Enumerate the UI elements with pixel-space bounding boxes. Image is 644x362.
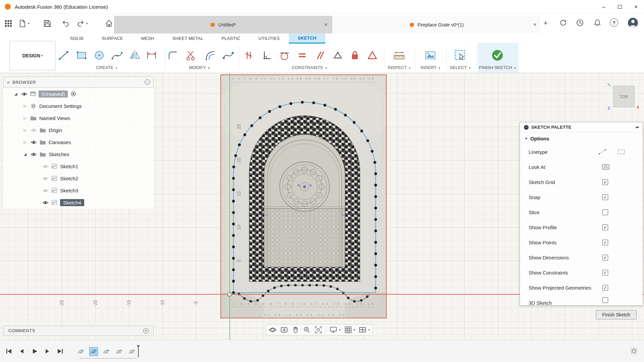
model-canvas[interactable]: 5 6 7 8 9 10 11 12 13 14 15 16 17 18 19 … [0,73,644,340]
browser-item-canvases[interactable]: ▷ Canvases [3,136,154,148]
browser-item-sketch3[interactable]: Sketch3 [3,184,154,196]
sketch-grid-checkbox[interactable]: ✓ [602,179,608,185]
browser-item-sketch1[interactable]: Sketch1 [3,160,154,172]
timeline-track[interactable] [80,358,136,359]
browser-item-origin[interactable]: ▷ Origin [3,124,154,136]
ribbon-tab-utilities[interactable]: UTILITIES [250,34,289,44]
tab-close-icon[interactable]: × [324,22,327,28]
constraints-group-label[interactable]: CONSTRAINTS ▾ [292,65,327,70]
construction-linetype-icon[interactable] [598,148,606,155]
edit-spline-tool-icon[interactable] [220,48,236,63]
palette-minimize-icon[interactable]: − [524,125,529,130]
sketch-origin-point[interactable] [227,292,232,297]
expander-open-icon[interactable]: ◢ [23,152,28,157]
perpendicular-constraint-icon[interactable] [259,48,274,63]
timeline-go-to-start-button[interactable] [5,348,13,355]
workspace-selector[interactable]: DESIGN ▾ [9,41,56,70]
view-cube[interactable]: TOP [613,86,635,107]
finish-sketch-palette-button[interactable]: Finish Sketch [596,310,637,319]
midpoint-constraint-icon[interactable] [330,48,345,63]
visibility-eye-off-icon[interactable] [42,164,49,169]
expander-collapsed-icon[interactable]: ▷ [23,104,28,108]
timeline-go-to-end-button[interactable] [56,348,64,355]
file-menu-button[interactable]: ▾ [18,18,30,29]
modify-group-label[interactable]: MODIFY ▾ [189,65,209,70]
ribbon-tab-sketch[interactable]: SKETCH [289,34,325,44]
centerline-linetype-icon[interactable] [617,148,625,155]
settings-gear-icon[interactable] [630,347,638,355]
fit-view-icon[interactable] [314,326,322,334]
line-tool-icon[interactable] [56,48,71,63]
timeline-feature-sketch5[interactable] [127,347,136,356]
circle-tool-icon[interactable] [92,48,107,63]
timeline-step-forward-button[interactable] [43,348,52,355]
visibility-eye-off-icon[interactable] [42,188,49,193]
timeline-feature-sketch4[interactable] [115,347,123,356]
grid-settings-icon[interactable]: ▾ [344,326,356,334]
browser-item-label[interactable]: (Unsaved) [39,90,68,98]
visibility-eye-icon[interactable] [21,92,28,96]
new-tab-button[interactable]: + [543,19,548,27]
insert-image-tool-icon[interactable] [423,48,438,63]
timeline-step-back-button[interactable] [17,348,26,355]
slice-checkbox[interactable]: ✓ [602,209,608,215]
window-minimize-button[interactable]: – [596,0,612,14]
show-constraints-checkbox[interactable]: ✓ [602,270,608,276]
tab-close-icon[interactable]: × [533,22,536,28]
coincident-constraint-icon[interactable] [241,48,257,63]
pan-hand-icon[interactable] [291,326,300,334]
snap-checkbox[interactable]: ✓ [602,194,608,200]
show-points-checkbox[interactable]: ✓ [602,240,608,245]
measure-tool-icon[interactable] [391,48,407,63]
show-profile-checkbox[interactable]: ✓ [602,225,608,230]
user-avatar[interactable] [628,18,638,28]
sync-status-icon[interactable] [559,18,568,27]
trim-tool-icon[interactable] [183,48,198,63]
select-tool-icon[interactable] [452,48,468,63]
dimension-tool-icon[interactable] [144,48,159,63]
browser-item-named-views[interactable]: ▷ Named Views [3,112,154,124]
browser-item-root[interactable]: ◢ (Unsaved) [3,88,154,100]
orbit-icon[interactable] [269,326,277,334]
browser-item-sketch2[interactable]: Sketch2 [3,172,154,184]
visibility-eye-icon[interactable] [42,200,49,205]
save-button[interactable] [43,18,52,29]
zoom-icon[interactable] [303,326,311,334]
visibility-eye-icon[interactable] [31,140,37,144]
visibility-eye-off-icon[interactable] [42,176,49,181]
timeline-feature-sketch3[interactable] [102,347,111,356]
window-maximize-button[interactable] [612,0,628,14]
undo-button[interactable] [61,18,70,29]
inspect-group-label[interactable]: INSPECT ▾ [388,65,410,70]
mirror-tool-icon[interactable] [127,48,143,63]
offset-tool-icon[interactable] [202,48,217,63]
expander-collapsed-icon[interactable]: ▷ [23,140,28,144]
finish-sketch-group-label[interactable]: FINISH SKETCH ▾ [479,65,516,70]
home-view-icon[interactable] [105,18,113,29]
canvas-image-fireplace-grate[interactable]: 5 6 7 8 9 10 11 12 13 14 15 16 17 18 19 … [220,74,387,318]
fillet-tool-icon[interactable] [165,48,180,63]
insert-group-label[interactable]: INSERT ▾ [421,65,440,70]
ribbon-tab-plastic[interactable]: PLASTIC [212,34,249,44]
ribbon-tab-mesh[interactable]: MESH [132,34,163,44]
show-projected-geometries-checkbox[interactable]: ✓ [602,285,608,291]
job-status-clock-icon[interactable] [576,18,584,27]
parallel-constraint-icon[interactable] [312,48,328,63]
timeline-play-button[interactable] [30,348,39,355]
window-close-button[interactable]: × [628,0,644,14]
notifications-bell-icon[interactable] [593,18,602,27]
ribbon-tab-solid[interactable]: SOLID [61,34,93,44]
app-grid-icon[interactable] [5,18,12,29]
select-group-label[interactable]: SELECT ▾ [450,65,471,70]
browser-minimize-button[interactable]: − [145,79,150,85]
browser-item-sketches[interactable]: ◢ Sketches [3,148,154,160]
timeline-feature-sketch2[interactable] [89,347,98,356]
timeline-feature-sketch1[interactable] [76,347,85,356]
browser-item-document-settings[interactable]: ▷ Document Settings [3,100,154,112]
symmetry-constraint-icon[interactable] [365,48,380,63]
3d-sketch-checkbox[interactable]: ✓ [602,297,608,303]
expander-collapsed-icon[interactable]: ▷ [23,128,28,132]
comments-bar[interactable]: COMMENTS + [3,325,154,336]
document-tab-fireplace-grate[interactable]: Fireplace Grate v0*(1) × [332,16,541,34]
create-group-label[interactable]: CREATE ▾ [96,65,117,70]
